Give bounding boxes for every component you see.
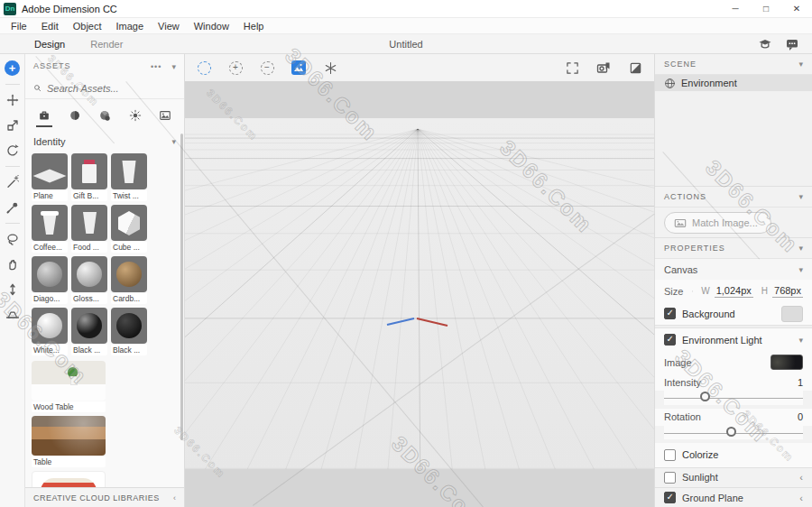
globe-icon	[664, 78, 676, 89]
lasso-select-tool[interactable]	[3, 229, 23, 249]
render-preview-icon[interactable]	[627, 60, 643, 76]
menu-window[interactable]: Window	[187, 21, 236, 32]
asset-card-black-matte-material[interactable]: Black ...	[111, 308, 147, 355]
assets-panel: ASSETS ••• ▾	[25, 54, 185, 507]
filter-materials-icon[interactable]	[97, 108, 113, 123]
hand-tool[interactable]	[3, 254, 23, 274]
actions-header-label: ACTIONS	[664, 192, 706, 201]
sunlight-row[interactable]: Sunlight ‹	[655, 467, 812, 487]
horizon-tool[interactable]	[3, 305, 23, 325]
asset-card-cardboard-material[interactable]: Cardb...	[111, 256, 147, 304]
slider-handle[interactable]	[726, 427, 736, 437]
canvas-group-header[interactable]: Canvas ▾	[655, 259, 812, 280]
scene-panel: SCENE ▾ Environment ACTIONS ▾ Match Imag…	[654, 54, 812, 507]
asset-card-glossy-material[interactable]: Gloss...	[71, 256, 107, 304]
asset-card-plane[interactable]: Plane	[32, 153, 68, 201]
asset-card-gift-bag[interactable]: Gift B...	[71, 153, 107, 201]
slider-track[interactable]	[664, 398, 803, 399]
slider-handle[interactable]	[700, 392, 710, 401]
section-header-identity[interactable]: Identity ▾	[25, 130, 184, 152]
actions-header[interactable]: ACTIONS ▾	[655, 187, 812, 207]
background-checkbox[interactable]	[664, 308, 676, 319]
asset-card-table[interactable]: Table	[32, 416, 106, 467]
frame-selection-icon[interactable]	[564, 60, 580, 76]
height-value[interactable]: 768px	[772, 285, 803, 298]
match-image-button[interactable]: Match Image...	[664, 212, 771, 234]
select-move-tool[interactable]	[3, 90, 23, 110]
reset-camera-origin-icon[interactable]	[322, 60, 338, 76]
match-image-icon	[674, 217, 687, 229]
canvas-viewport[interactable]	[185, 118, 654, 469]
sunlight-checkbox[interactable]	[664, 472, 676, 484]
filter-images-icon[interactable]	[157, 108, 173, 123]
asset-label: Cube ...	[111, 242, 147, 253]
pasteboard	[185, 81, 654, 507]
tab-render[interactable]: Render	[78, 39, 135, 50]
intensity-value[interactable]: 1	[798, 377, 803, 388]
chevron-down-icon[interactable]: ▾	[171, 62, 176, 71]
environment-image-thumbnail[interactable]	[770, 355, 803, 370]
menu-image[interactable]: Image	[109, 21, 152, 32]
scene-header[interactable]: SCENE ▾	[655, 54, 812, 75]
asset-card-coffee-cup[interactable]: Coffee...	[32, 205, 68, 253]
tab-design[interactable]: Design	[22, 39, 78, 50]
ground-plane-row[interactable]: Ground Plane ‹	[655, 487, 812, 507]
asset-card-food-container[interactable]: Food ...	[71, 205, 107, 253]
menu-view[interactable]: View	[151, 21, 187, 32]
magic-wand-tool[interactable]	[3, 172, 23, 192]
menu-edit[interactable]: Edit	[34, 21, 66, 32]
rotation-label: Rotation	[664, 411, 701, 422]
divider	[5, 166, 20, 167]
asset-card-black-glossy-material[interactable]: Black ...	[71, 308, 107, 355]
width-value[interactable]: 1,024px	[715, 285, 753, 298]
asset-card-cube[interactable]: Cube ...	[111, 205, 147, 253]
maximize-button[interactable]: □	[751, 0, 781, 17]
menu-help[interactable]: Help	[236, 21, 272, 32]
rotation-value[interactable]: 0	[798, 411, 803, 422]
pan-tool-icon[interactable]: −	[259, 60, 275, 76]
filter-models-icon[interactable]	[67, 108, 83, 123]
search-input[interactable]	[47, 83, 176, 94]
environment-light-checkbox[interactable]	[664, 334, 676, 346]
dolly-tool[interactable]	[3, 280, 23, 300]
panel-menu-icon[interactable]: •••	[151, 62, 161, 71]
filter-lights-icon[interactable]	[127, 108, 143, 123]
scale-tool[interactable]	[3, 115, 23, 135]
add-content-button[interactable]: +	[5, 60, 20, 76]
asset-card-wood-table[interactable]: Wood Table	[32, 361, 106, 412]
camera-bookmarks-icon[interactable]	[595, 60, 612, 76]
minimize-button[interactable]: ─	[720, 0, 751, 17]
asset-thumbnail	[32, 361, 106, 401]
rotate-tool[interactable]	[3, 141, 23, 161]
link-dimensions-icon[interactable]	[692, 285, 693, 298]
canvas-area: + −	[185, 54, 654, 507]
intensity-slider[interactable]	[664, 391, 803, 404]
filter-all-icon[interactable]	[36, 108, 52, 123]
creative-cloud-libraries-bar[interactable]: CREATIVE CLOUD LIBRARIES ‹	[25, 487, 184, 507]
menu-object[interactable]: Object	[66, 21, 109, 32]
close-button[interactable]: ✕	[781, 0, 812, 17]
asset-card-twist-cup[interactable]: Twist ...	[111, 153, 147, 201]
asset-card-diagonal-material[interactable]: Diago...	[32, 256, 68, 304]
colorize-row: Colorize	[655, 443, 812, 467]
properties-header[interactable]: PROPERTIES ▾	[655, 238, 812, 259]
background-color-swatch[interactable]	[781, 306, 803, 322]
learn-icon[interactable]	[758, 37, 772, 51]
assets-scrollbar[interactable]	[180, 134, 183, 440]
asset-card-white-material[interactable]: White...	[32, 308, 68, 355]
rotation-slider[interactable]	[664, 426, 803, 439]
ground-plane-checkbox[interactable]	[664, 492, 676, 503]
colorize-checkbox[interactable]	[664, 449, 676, 461]
scene-item-environment[interactable]: Environment	[655, 75, 812, 91]
set-background-image-icon[interactable]	[291, 60, 307, 76]
scene-tree-empty	[655, 91, 812, 186]
eyedropper-tool[interactable]	[3, 198, 23, 217]
feedback-icon[interactable]	[785, 37, 799, 51]
app-icon: Dn	[4, 3, 16, 15]
dolly-zoom-icon[interactable]: +	[227, 60, 244, 76]
orbit-tool-icon[interactable]	[196, 60, 212, 76]
menu-file[interactable]: File	[4, 21, 34, 32]
asset-label: Wood Table	[32, 401, 106, 412]
asset-label: Cardb...	[111, 293, 147, 304]
mode-tab-bar: Design Render Untitled	[0, 34, 812, 54]
